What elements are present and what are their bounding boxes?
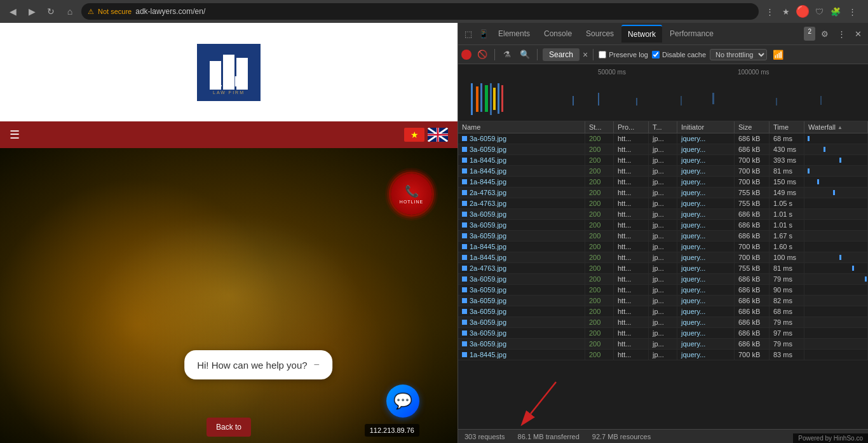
more-options-button[interactable]: ⋮ bbox=[845, 4, 859, 18]
settings-icon[interactable]: ⚙ bbox=[818, 27, 832, 41]
td-type: jp... bbox=[649, 263, 677, 273]
th-type[interactable]: T... bbox=[649, 121, 677, 133]
bookmark-button[interactable]: ★ bbox=[779, 4, 793, 18]
table-row[interactable]: 1a-8445.jpg 200 htt... jp... jquery... 7… bbox=[458, 155, 868, 166]
table-row[interactable]: 1a-8445.jpg 200 htt... jp... jquery... 7… bbox=[458, 350, 868, 360]
home-button[interactable]: ⌂ bbox=[62, 4, 78, 19]
table-row[interactable]: 1a-8445.jpg 200 htt... jp... jquery... 7… bbox=[458, 177, 868, 187]
td-time: 79 ms bbox=[770, 339, 804, 349]
td-size: 700 kB bbox=[735, 252, 770, 262]
td-protocol: htt... bbox=[614, 187, 649, 198]
table-row[interactable]: 2a-4763.jpg 200 htt... jp... jquery... 7… bbox=[458, 187, 868, 198]
close-devtools-icon[interactable]: ✕ bbox=[851, 27, 865, 41]
tab-elements[interactable]: Elements bbox=[492, 25, 536, 42]
site-header: adk LAW FIRM bbox=[0, 23, 458, 121]
table-row[interactable]: 3a-6059.jpg 200 htt... jp... jquery... 6… bbox=[458, 285, 868, 296]
forward-button[interactable]: ▶ bbox=[24, 4, 39, 19]
uk-flag[interactable] bbox=[428, 128, 448, 142]
td-type: jp... bbox=[649, 339, 677, 349]
chat-close-button[interactable]: − bbox=[314, 359, 320, 371]
messenger-button[interactable]: 💬 bbox=[386, 385, 419, 418]
td-name: 3a-6059.jpg bbox=[458, 209, 585, 219]
disable-cache-label: Disable cache bbox=[662, 51, 706, 58]
search-tab-close[interactable]: × bbox=[583, 50, 588, 60]
td-name: 1a-8445.jpg bbox=[458, 252, 585, 262]
table-row[interactable]: 3a-6059.jpg 200 htt... jp... jquery... 6… bbox=[458, 296, 868, 306]
wifi-icon[interactable]: 📶 bbox=[771, 48, 785, 62]
th-time[interactable]: Time bbox=[770, 121, 804, 133]
disable-cache-checkbox[interactable]: Disable cache bbox=[652, 51, 706, 58]
tab-console[interactable]: Console bbox=[538, 25, 578, 42]
td-protocol: htt... bbox=[614, 155, 649, 165]
td-type: jp... bbox=[649, 198, 677, 208]
td-time: 1.05 s bbox=[770, 198, 804, 208]
table-row[interactable]: 3a-6059.jpg 200 htt... jp... jquery... 6… bbox=[458, 328, 868, 339]
table-row[interactable]: 2a-4763.jpg 200 htt... jp... jquery... 7… bbox=[458, 263, 868, 274]
address-bar[interactable]: ⚠ Not secure adk-lawyers.com/en/ bbox=[81, 3, 759, 20]
table-row[interactable]: 1a-8445.jpg 200 htt... jp... jquery... 7… bbox=[458, 252, 868, 263]
td-initiator: jquery... bbox=[677, 306, 735, 317]
back-button[interactable]: ◀ bbox=[5, 4, 20, 19]
tab-performance[interactable]: Performance bbox=[663, 25, 720, 42]
inspect-icon[interactable]: ⬚ bbox=[461, 27, 475, 41]
td-time: 1.01 s bbox=[770, 220, 804, 230]
td-size: 686 kB bbox=[735, 144, 770, 154]
table-row[interactable]: 3a-6059.jpg 200 htt... jp... jquery... 6… bbox=[458, 220, 868, 231]
th-name[interactable]: Name bbox=[458, 121, 585, 133]
td-status: 200 bbox=[585, 242, 614, 252]
search-tab-group: Search × bbox=[543, 48, 588, 61]
table-row[interactable]: 3a-6059.jpg 200 htt... jp... jquery... 6… bbox=[458, 231, 868, 242]
table-row[interactable]: 3a-6059.jpg 200 htt... jp... jquery... 6… bbox=[458, 306, 868, 317]
filter-icon[interactable]: ⚗ bbox=[500, 48, 514, 62]
refresh-button[interactable]: ↻ bbox=[43, 4, 58, 19]
td-type: jp... bbox=[649, 231, 677, 241]
disable-cache-input[interactable] bbox=[652, 51, 660, 58]
clear-button[interactable]: 🚫 bbox=[475, 48, 489, 62]
preserve-log-input[interactable] bbox=[599, 51, 606, 58]
th-status[interactable]: St... bbox=[585, 121, 614, 133]
search-tab[interactable]: Search bbox=[543, 48, 580, 61]
back-to-label: Back to bbox=[216, 423, 241, 432]
td-waterfall bbox=[804, 296, 868, 306]
table-row[interactable]: 1a-8445.jpg 200 htt... jp... jquery... 7… bbox=[458, 242, 868, 252]
td-initiator: jquery... bbox=[677, 296, 735, 306]
logo-adk-text: adk bbox=[214, 74, 244, 90]
hotline-button[interactable]: 📞 HOTLINE bbox=[391, 174, 432, 215]
vn-flag[interactable] bbox=[404, 128, 424, 142]
waterfall-chart-area bbox=[458, 80, 868, 118]
badge-count[interactable]: 2 bbox=[804, 27, 815, 41]
throttle-select[interactable]: No throttling bbox=[710, 49, 767, 60]
td-name: 1a-8445.jpg bbox=[458, 155, 585, 165]
table-row[interactable]: 3a-6059.jpg 200 htt... jp... jquery... 6… bbox=[458, 274, 868, 285]
td-protocol: htt... bbox=[614, 133, 649, 144]
td-name: 3a-6059.jpg bbox=[458, 274, 585, 284]
table-row[interactable]: 3a-6059.jpg 200 htt... jp... jquery... 6… bbox=[458, 317, 868, 328]
extensions-button[interactable]: ⋮ bbox=[763, 4, 776, 18]
flag-container bbox=[404, 128, 448, 142]
preserve-log-checkbox[interactable]: Preserve log bbox=[599, 51, 648, 58]
hamburger-menu[interactable]: ☰ bbox=[10, 128, 20, 142]
extensions-icon[interactable]: 🧩 bbox=[829, 4, 843, 18]
table-row[interactable]: 3a-6059.jpg 200 htt... jp... jquery... 6… bbox=[458, 339, 868, 350]
th-size[interactable]: Size bbox=[735, 121, 770, 133]
td-waterfall bbox=[804, 328, 868, 338]
th-initiator[interactable]: Initiator bbox=[677, 121, 735, 133]
table-row[interactable]: 1a-8445.jpg 200 htt... jp... jquery... 7… bbox=[458, 166, 868, 177]
th-protocol[interactable]: Pro... bbox=[614, 121, 649, 133]
tab-network[interactable]: Network bbox=[621, 25, 662, 43]
th-waterfall[interactable]: Waterfall bbox=[804, 121, 868, 133]
td-type: jp... bbox=[649, 317, 677, 327]
table-row[interactable]: 2a-4763.jpg 200 htt... jp... jquery... 7… bbox=[458, 198, 868, 209]
more-tabs-icon[interactable]: ⋮ bbox=[834, 27, 848, 41]
device-icon[interactable]: 📱 bbox=[477, 27, 491, 41]
table-row[interactable]: 3a-6059.jpg 200 htt... jp... jquery... 6… bbox=[458, 209, 868, 220]
menu-button[interactable]: 🔴 bbox=[796, 4, 810, 18]
tab-sources[interactable]: Sources bbox=[580, 25, 620, 42]
back-to-button[interactable]: Back to bbox=[207, 418, 251, 437]
table-row[interactable]: 3a-6059.jpg 200 htt... jp... jquery... 6… bbox=[458, 144, 868, 155]
search-network-icon[interactable]: 🔍 bbox=[518, 48, 532, 62]
td-time: 90 ms bbox=[770, 285, 804, 295]
table-row[interactable]: 3a-6059.jpg 200 htt... jp... jquery... 6… bbox=[458, 133, 868, 144]
record-button[interactable] bbox=[461, 50, 471, 60]
shield-icon: 🛡 bbox=[812, 4, 826, 18]
